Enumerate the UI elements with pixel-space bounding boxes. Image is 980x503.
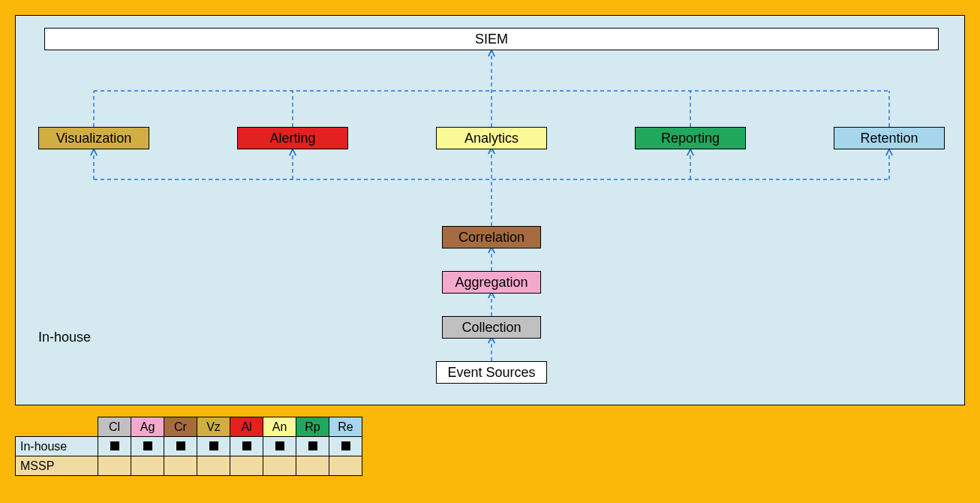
legend-hdr-ag: Ag xyxy=(131,417,164,437)
check-icon xyxy=(110,441,119,450)
legend-rowlabel-inhouse: In-house xyxy=(16,437,98,456)
legend-hdr-cl: Cl xyxy=(98,417,131,437)
legend-cell xyxy=(230,456,263,476)
legend-cell xyxy=(164,437,197,456)
legend-table: Cl Ag Cr Vz Al An Rp Re In-house MSSP xyxy=(15,417,362,476)
check-icon xyxy=(176,441,185,450)
legend-cell xyxy=(329,456,362,476)
check-icon xyxy=(341,441,350,450)
diagram-panel: SIEM Visualization Alerting Analytics Re… xyxy=(15,15,965,405)
legend-cell xyxy=(164,456,197,476)
legend-hdr-vz: Vz xyxy=(197,417,230,437)
correlation-box: Correlation xyxy=(442,226,541,248)
legend-hdr-rp: Rp xyxy=(296,417,329,437)
panel-label: In-house xyxy=(38,330,91,345)
legend-rowlabel-mssp: MSSP xyxy=(16,456,98,476)
event-sources-box: Event Sources xyxy=(436,361,547,384)
check-icon xyxy=(308,441,317,450)
legend-cell xyxy=(131,456,164,476)
legend-hdr-re: Re xyxy=(329,417,362,437)
legend-hdr-al: Al xyxy=(230,417,263,437)
aggregation-box: Aggregation xyxy=(442,271,541,294)
visualization-box: Visualization xyxy=(38,127,149,149)
legend-cell xyxy=(98,437,131,456)
legend-header-row: Cl Ag Cr Vz Al An Rp Re xyxy=(16,417,362,437)
reporting-box: Reporting xyxy=(635,127,746,149)
check-icon xyxy=(143,441,152,450)
retention-box: Retention xyxy=(834,127,945,149)
legend-cell xyxy=(263,437,296,456)
legend-mssp-row: MSSP xyxy=(16,456,362,476)
legend-cell xyxy=(230,437,263,456)
legend-cell xyxy=(197,437,230,456)
check-icon xyxy=(242,441,251,450)
legend-hdr-an: An xyxy=(263,417,296,437)
collection-box: Collection xyxy=(442,316,541,339)
legend-hdr-cr: Cr xyxy=(164,417,197,437)
legend-cell xyxy=(329,437,362,456)
check-icon xyxy=(275,441,284,450)
legend-inhouse-row: In-house xyxy=(16,437,362,456)
analytics-box: Analytics xyxy=(436,127,547,149)
legend-cell xyxy=(263,456,296,476)
alerting-box: Alerting xyxy=(237,127,348,149)
siem-box: SIEM xyxy=(44,28,939,50)
legend-cell xyxy=(296,437,329,456)
legend-cell xyxy=(296,456,329,476)
legend-cell xyxy=(197,456,230,476)
legend-cell xyxy=(98,456,131,476)
connectors xyxy=(16,16,964,405)
legend-cell xyxy=(131,437,164,456)
check-icon xyxy=(209,441,218,450)
